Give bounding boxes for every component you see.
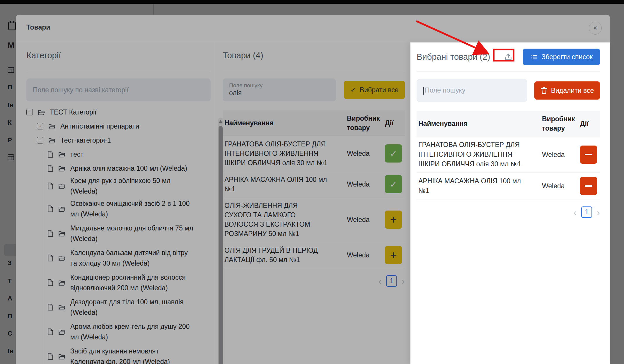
folder-icon bbox=[58, 255, 66, 262]
chevron-left-icon[interactable]: ‹ bbox=[574, 208, 577, 217]
chevron-left-icon[interactable]: ‹ bbox=[379, 276, 382, 286]
remove-button[interactable] bbox=[580, 177, 597, 195]
folder-icon bbox=[58, 279, 66, 286]
column-header-name: Найменування bbox=[417, 111, 540, 136]
document-icon bbox=[47, 353, 53, 360]
product-maker: Weleda bbox=[540, 136, 578, 173]
category-search-placeholder: Поле пошуку по назві категорії bbox=[33, 86, 204, 94]
tree-leaf-label: Засіб для купання немовлят Календула фл.… bbox=[70, 346, 193, 364]
folder-icon bbox=[58, 151, 66, 158]
product-name: ГРАНАТОВА ОЛІЯ-БУСТЕР ДЛЯ ІНТЕНСИВНОГО Ж… bbox=[417, 136, 540, 173]
document-icon bbox=[47, 328, 53, 335]
tree-leaf[interactable]: Дезодорант для тіла 100 мл, шавлія (Wele… bbox=[26, 295, 211, 319]
expand-icon[interactable]: + bbox=[37, 123, 43, 129]
chevron-right-icon[interactable]: › bbox=[597, 208, 600, 217]
category-search-input[interactable]: Поле пошуку по назві категорії bbox=[26, 78, 211, 101]
tree-leaf-label: Кондиціонер рослинний для волосся віднов… bbox=[70, 272, 193, 293]
save-list-label: Зберегти список bbox=[541, 53, 593, 61]
product-maker: Weleda bbox=[540, 173, 578, 199]
folder-icon bbox=[58, 353, 66, 360]
plus-icon: + bbox=[390, 213, 397, 226]
selected-search-input[interactable]: Поле пошуку bbox=[417, 79, 527, 102]
chevron-right-icon[interactable]: › bbox=[402, 276, 405, 286]
page-number[interactable]: 1 bbox=[386, 275, 397, 287]
selected-panel: Вибрані товари (2) Зберегти список bbox=[410, 42, 610, 364]
select-all-label: Вибрати все bbox=[360, 86, 398, 94]
remove-button[interactable] bbox=[580, 146, 597, 164]
product-name: АРНІКА МАСАЖНА ОЛІЯ 100 мл №1 bbox=[223, 171, 345, 197]
annotation-highlight-box bbox=[493, 49, 514, 61]
tree-node[interactable]: − Тест-категорія-1 bbox=[26, 133, 211, 147]
added-button[interactable]: ✓ bbox=[385, 144, 402, 163]
collapse-icon[interactable]: − bbox=[37, 137, 43, 143]
products-panel: Товари (4) Поле пошуку олія ✓ Вибрати вс… bbox=[223, 42, 405, 287]
product-row: АРНІКА МАСАЖНА ОЛІЯ 100 мл №1 Weleda ✓ bbox=[223, 171, 405, 197]
screen: М П Ін К Р З Т А П С Ін Товари ✕ Категор… bbox=[0, 0, 624, 364]
column-header-name: Найменування bbox=[223, 110, 345, 136]
tree-leaf[interactable]: Освіжаюче очищаючий засіб 2 в 1 100 мл (… bbox=[26, 196, 211, 221]
tree-leaf[interactable]: Арніка олія масажна 100 мл (Weleda) bbox=[26, 161, 211, 175]
divider bbox=[26, 71, 211, 71]
product-maker: Weleda bbox=[345, 171, 383, 197]
tree-leaf[interactable]: Календула бальзам дитячий від вітру та х… bbox=[26, 246, 211, 270]
check-icon: ✓ bbox=[390, 148, 397, 159]
tree-leaf[interactable]: тест bbox=[26, 147, 211, 161]
document-icon bbox=[47, 304, 53, 311]
folder-icon bbox=[58, 183, 66, 189]
tree-leaf-label: Арома любов крем-гель для душу 200 мл (W… bbox=[70, 321, 193, 342]
add-button[interactable]: + bbox=[385, 211, 402, 229]
product-search-input[interactable]: Поле пошуку олія bbox=[223, 78, 336, 101]
close-button[interactable]: ✕ bbox=[589, 22, 602, 35]
tree-node-label: ТЕСТ Категорії bbox=[50, 107, 96, 117]
tree-leaf[interactable]: Мигдальне молочко для обличчя 75 мл (Wel… bbox=[26, 221, 211, 246]
tree-node-label: Антигістамінні препарати bbox=[60, 121, 139, 131]
save-list-button[interactable]: Зберегти список bbox=[523, 49, 600, 65]
tree-leaf[interactable]: Кондиціонер рослинний для волосся віднов… bbox=[26, 270, 211, 295]
selected-row: АРНІКА МАСАЖНА ОЛІЯ 100 мл №1 Weleda bbox=[417, 173, 600, 199]
column-header-actions: Дії bbox=[578, 111, 600, 136]
plus-icon: + bbox=[390, 249, 397, 262]
product-maker: Weleda bbox=[345, 197, 383, 242]
document-icon bbox=[47, 151, 53, 158]
tree-scrollbar[interactable] bbox=[218, 118, 223, 364]
products-modal: Товари ✕ Категорії Поле пошуку по назві … bbox=[16, 15, 610, 364]
product-maker: Weleda bbox=[345, 136, 383, 171]
folder-icon bbox=[48, 137, 56, 144]
tree-node[interactable]: − ТЕСТ Категорії bbox=[26, 105, 211, 119]
select-all-button[interactable]: ✓ Вибрати все bbox=[344, 81, 405, 99]
product-search-label: Поле пошуку bbox=[229, 82, 330, 89]
page-number[interactable]: 1 bbox=[581, 206, 592, 218]
divider bbox=[417, 71, 600, 72]
tree-leaf-label: Календула бальзам дитячий від вітру та х… bbox=[70, 247, 193, 269]
delete-all-button[interactable]: Видалити все bbox=[534, 81, 600, 100]
close-icon: ✕ bbox=[593, 25, 597, 31]
tree-leaf-label: Мигдальне молочко для обличчя 75 мл (Wel… bbox=[70, 223, 193, 244]
minus-icon bbox=[585, 185, 592, 187]
tree-node-label: Тест-категорія-1 bbox=[60, 135, 111, 146]
scrollbar-thumb[interactable] bbox=[219, 126, 223, 364]
folder-icon bbox=[58, 206, 66, 212]
tree-leaf[interactable]: Крем для рук з обліпихою 50 мл (Weleda) bbox=[26, 175, 211, 196]
products-table: Найменування Виробник товару Дії ГРАНАТО… bbox=[223, 110, 405, 268]
product-row: ГРАНАТОВА ОЛІЯ-БУСТЕР ДЛЯ ІНТЕНСИВНОГО Ж… bbox=[223, 136, 405, 171]
document-icon bbox=[47, 254, 53, 262]
add-button[interactable]: + bbox=[385, 246, 402, 264]
folder-icon bbox=[58, 165, 66, 172]
document-icon bbox=[47, 279, 53, 286]
selected-table: Найменування Виробник товару Дії ГРАНАТО… bbox=[417, 111, 600, 199]
document-icon bbox=[47, 205, 53, 212]
tree-leaf-label: Дезодорант для тіла 100 мл, шавлія (Wele… bbox=[70, 297, 193, 318]
collapse-icon[interactable]: − bbox=[26, 109, 33, 115]
selected-pagination: ‹ 1 › bbox=[417, 206, 600, 218]
added-button[interactable]: ✓ bbox=[385, 175, 402, 193]
scroll-up-icon[interactable] bbox=[219, 120, 222, 123]
text-caret bbox=[423, 87, 424, 95]
categories-heading: Категорії bbox=[26, 51, 211, 60]
folder-icon bbox=[37, 109, 45, 116]
column-header-maker: Виробник товару bbox=[540, 111, 578, 136]
tree-leaf[interactable]: Засіб для купання немовлят Календула фл.… bbox=[26, 344, 211, 364]
tree-leaf[interactable]: Арома любов крем-гель для душу 200 мл (W… bbox=[26, 319, 211, 344]
product-name: ОЛІЯ ДЛЯ ГРУДЕЙ В ПЕРІОД ЛАКТАЦІЇ фл. 50… bbox=[223, 242, 345, 268]
tree-node[interactable]: + Антигістамінні препарати bbox=[26, 119, 211, 133]
document-icon bbox=[47, 165, 53, 172]
